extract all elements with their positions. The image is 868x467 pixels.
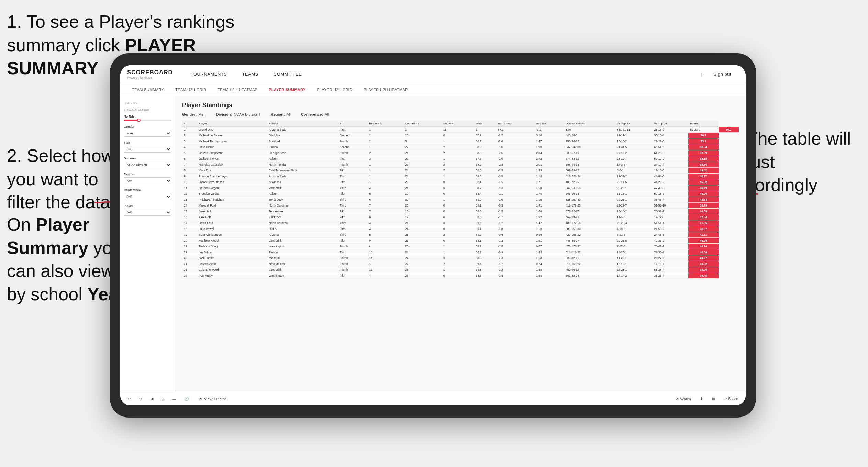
table-cell: Arizona State <box>267 174 338 179</box>
table-row: 6Jackson KoivunAuburnFirst227167.3-2.02.… <box>182 156 739 162</box>
logo-area: SCOREBOARD Powered by dippa <box>127 69 173 79</box>
table-cell: 7 <box>368 273 403 279</box>
table-cell: 26-27-2 <box>652 255 688 261</box>
table-cell: Kentucky <box>267 214 338 220</box>
toolbar-undo[interactable]: ↩ <box>126 395 133 402</box>
table-cell: 24 <box>403 255 442 261</box>
table-cell: 10-15-1 <box>615 261 652 267</box>
table-cell: 1 <box>368 174 403 179</box>
toolbar-filter-icon[interactable]: ⊞ <box>710 395 717 402</box>
table-cell: 0 <box>442 273 474 279</box>
table-row: 10Jacob Skov-OlesenArkansasFifth123068.4… <box>182 179 739 185</box>
table-cell: North Carolina <box>267 203 338 209</box>
ipad-frame: SCOREBOARD Powered by dippa TOURNAMENTS … <box>110 53 756 418</box>
toolbar-share[interactable]: ↗ Share <box>722 395 740 402</box>
table-cell: Tennessee <box>267 209 338 214</box>
table-cell: 1 <box>368 133 403 138</box>
subnav-team-h2h-grid[interactable]: TEAM H2H GRID <box>170 83 211 96</box>
col-reg-rank: Reg Rank <box>368 121 403 127</box>
table-cell: 500-155-30 <box>564 226 615 232</box>
table-cell: 19-16-0 <box>652 261 688 267</box>
table-cell: 67.3 <box>474 156 496 162</box>
table-cell: 7 <box>368 209 403 214</box>
table-cell: 20 <box>182 238 197 244</box>
table-cell: First <box>338 127 367 133</box>
toolbar-dash[interactable]: — <box>170 396 178 402</box>
subnav-team-summary[interactable]: TEAM SUMMARY <box>127 83 169 96</box>
table-cell: 19-7-3 <box>652 214 688 220</box>
table-cell: 23 <box>403 179 442 185</box>
toolbar-back[interactable]: ◀ <box>148 395 155 402</box>
nav-bar: SCOREBOARD Powered by dippa TOURNAMENTS … <box>120 65 746 83</box>
table-cell: 3.07 <box>564 127 615 133</box>
table-cell: 13 <box>182 197 197 203</box>
table-cell: -0.3 <box>496 185 534 191</box>
col-yr: Yr <box>338 121 367 127</box>
nav-committee[interactable]: COMMITTEE <box>266 65 310 83</box>
sidebar-conference-select[interactable]: (All) <box>124 193 171 200</box>
sign-out-button[interactable]: Sign out <box>706 65 739 83</box>
logo-scoreboard: SCOREBOARD <box>127 69 173 76</box>
table-body: 1Wenyi DingArizona StateFirst1115167.1-3… <box>182 127 739 279</box>
table-cell: 4-18-0 <box>615 226 652 232</box>
table-cell: Bastien Amat <box>197 261 267 267</box>
table-cell: 1.47 <box>534 138 564 144</box>
toolbar-download[interactable]: ⬇ <box>698 395 705 402</box>
sidebar-player-select[interactable]: (All) <box>124 209 171 216</box>
table-row: 13Phichaksn MaichonTexas A&MThird630169.… <box>182 197 739 203</box>
filter-gender: Gender: Men <box>182 112 206 116</box>
sidebar-conference-label: Conference <box>124 188 171 192</box>
col-overall: Overall Record <box>564 121 615 127</box>
annotation-step1-text: 1. To see a Player's rankings summary cl… <box>7 12 234 55</box>
table-cell: -0.3 <box>496 203 534 209</box>
table-cell: 2.01 <box>534 162 564 168</box>
table-row: 24Bastien AmatNew MexicoFourth127269.4-1… <box>182 261 739 267</box>
filter-row: Gender: Men Division: NCAA Division I Re… <box>182 112 739 116</box>
table-cell: Fourth <box>338 255 367 261</box>
toolbar-clock[interactable]: 🕐 <box>182 395 191 402</box>
toolbar-redo[interactable]: ↪ <box>137 395 144 402</box>
toolbar-watch[interactable]: 👁 Watch <box>674 396 693 402</box>
sidebar-gender-select[interactable]: Men Women <box>124 130 171 137</box>
table-cell: 41.81 <box>688 232 718 238</box>
table-row: 17David FordNorth CarolinaThird421069.0-… <box>182 220 739 226</box>
toolbar-copy[interactable]: ⎘ <box>159 396 166 402</box>
table-cell: 2 <box>368 138 403 144</box>
subnav-player-h2h-grid[interactable]: PLAYER H2H GRID <box>312 83 357 96</box>
table-cell: Third <box>338 232 367 238</box>
sidebar-division-select[interactable]: NCAA Division I NCAA Division II <box>124 162 171 168</box>
nav-tournaments[interactable]: TOURNAMENTS <box>183 65 235 83</box>
table-cell: 51-51-10 <box>652 203 688 209</box>
subnav-player-h2h-heatmap[interactable]: PLAYER H2H HEATMAP <box>359 83 412 96</box>
slider-container[interactable] <box>124 120 171 121</box>
nav-teams[interactable]: TEAMS <box>234 65 266 83</box>
table-cell: UCLA <box>267 226 338 232</box>
table-row: 26Petr HrubyWashingtonFifth725068.6-1.61… <box>182 273 739 279</box>
table-cell: 23 <box>403 203 442 209</box>
table-cell: 448-85-27 <box>564 238 615 244</box>
sidebar-year-select[interactable]: (All) First Second Third Fourth Fifth <box>124 146 171 153</box>
table-cell: Fourth <box>338 267 367 273</box>
filter-conference-value: All <box>325 112 329 116</box>
table-cell: -2.0 <box>496 156 534 162</box>
table-cell: 1 <box>442 244 474 249</box>
table-cell: 25 <box>403 273 442 279</box>
subnav-team-h2h-heatmap[interactable]: TEAM H2H HEATMAP <box>213 83 262 96</box>
table-cell: 68.7 <box>474 249 496 255</box>
table-cell: 69.1 <box>474 203 496 209</box>
table-cell: 21 <box>403 150 442 156</box>
table-row: 2Michael Le SassoOle MissSecond118067.1-… <box>182 133 739 138</box>
table-cell: 24 <box>403 249 442 255</box>
table-cell: Tiger Christensen <box>197 232 267 238</box>
subnav-player-summary[interactable]: PLAYER SUMMARY <box>264 83 310 96</box>
toolbar-view-label: View: Original <box>204 397 227 401</box>
toolbar-view[interactable]: 👁 View: Original <box>199 397 227 401</box>
table-cell: 3 <box>182 138 197 144</box>
table-cell: 11-5-3 <box>615 214 652 220</box>
table-cell: 2.72 <box>534 156 564 162</box>
nav-right: | Sign out <box>701 65 739 83</box>
table-cell: -1.2 <box>496 267 534 273</box>
table-cell: 0 <box>442 214 474 220</box>
table-cell: 0.96 <box>534 232 564 238</box>
sidebar-region-select[interactable]: N/A <box>124 177 171 184</box>
